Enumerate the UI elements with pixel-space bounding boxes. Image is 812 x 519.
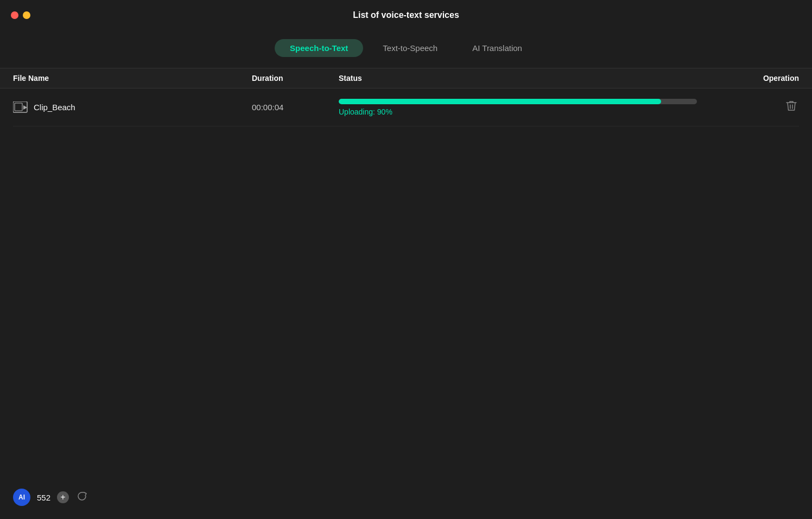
table-body: Clip_Beach 00:00:04 Uploading: 90%	[0, 88, 812, 126]
progress-bar-fill	[339, 99, 661, 104]
credit-count: 552	[37, 493, 50, 502]
progress-bar-container	[339, 99, 697, 104]
ai-badge: AI	[13, 489, 30, 506]
table-header: File Name Duration Status Operation	[0, 68, 812, 88]
refresh-icon	[77, 491, 87, 502]
header-duration: Duration	[252, 74, 339, 83]
header-status: Status	[339, 74, 756, 83]
header-operation: Operation	[756, 74, 799, 83]
tab-ai-translation[interactable]: AI Translation	[457, 39, 537, 57]
add-credits-button[interactable]: +	[57, 491, 69, 503]
page-title: List of voice-text services	[353, 10, 459, 20]
svg-rect-1	[15, 103, 22, 111]
svg-marker-2	[23, 105, 27, 110]
tab-speech-to-text[interactable]: Speech-to-Text	[275, 39, 363, 57]
delete-button[interactable]	[784, 98, 799, 117]
file-video-icon	[13, 102, 28, 113]
close-button[interactable]	[11, 11, 18, 19]
table-row: Clip_Beach 00:00:04 Uploading: 90%	[13, 88, 799, 126]
header-filename: File Name	[13, 74, 252, 83]
cell-duration: 00:00:04	[252, 103, 339, 112]
cell-filename: Clip_Beach	[13, 102, 252, 113]
refresh-button[interactable]	[75, 490, 88, 505]
bottom-bar: AI 552 +	[13, 489, 88, 506]
window-controls	[11, 11, 30, 19]
tab-bar: Speech-to-Text Text-to-Speech AI Transla…	[0, 30, 812, 68]
status-text: Uploading: 90%	[339, 107, 756, 116]
minimize-button[interactable]	[23, 11, 30, 19]
cell-operation	[756, 98, 799, 117]
tab-text-to-speech[interactable]: Text-to-Speech	[367, 39, 453, 57]
trash-icon	[786, 100, 797, 112]
cell-status: Uploading: 90%	[339, 99, 756, 116]
filename-text: Clip_Beach	[34, 103, 75, 112]
title-bar: List of voice-text services	[0, 0, 812, 30]
